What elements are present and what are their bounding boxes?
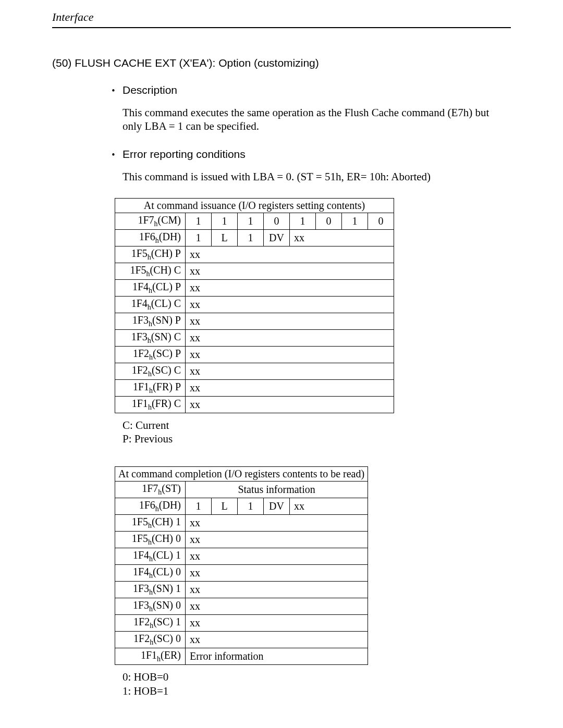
bit-merged: xx <box>186 632 368 648</box>
reg-label: 1F4h(CL) 1 <box>115 548 186 565</box>
table-row: 1F4h(CL) 0 xx <box>115 565 368 582</box>
bit-merged: xx <box>186 515 368 532</box>
table-row: 1F1h(FR) P xx <box>115 379 394 396</box>
reg-label: 1F2h(SC) 1 <box>115 615 186 632</box>
reg-label: 1F3h(SN) 0 <box>115 598 186 615</box>
table-row: 1F1h(ER) Error information <box>115 648 368 665</box>
reg-label: 1F1h(FR) C <box>115 396 186 413</box>
legend-line: C: Current <box>123 418 511 432</box>
bit-merged: xx <box>186 615 368 632</box>
error-paragraph: This command is issued with LBA = 0. (ST… <box>123 170 490 183</box>
table-row: 1F1h(FR) C xx <box>115 396 394 413</box>
completion-table-wrap: At command completion (I/O registers con… <box>115 466 511 665</box>
bit: DV <box>264 229 290 246</box>
table-row: 1F4h(CL) P xx <box>115 279 394 296</box>
reg-label: 1F7h(CM) <box>115 213 186 229</box>
bit: 1 <box>342 213 368 229</box>
description-paragraph: This command executes the same operation… <box>123 106 490 133</box>
table-row: 1F5h(CH) P xx <box>115 246 394 263</box>
table-row: 1F2h(SC) 0 xx <box>115 632 368 648</box>
table-row: 1F3h(SN) P xx <box>115 313 394 329</box>
reg-label: 1F5h(CH) 0 <box>115 532 186 548</box>
table-row: 1F7h(ST) Status information <box>115 482 368 498</box>
table-row: 1F5h(CH) C xx <box>115 263 394 279</box>
table-row: 1F6h(DH) 1 L 1 DV xx <box>115 498 368 515</box>
bit-merged: xx <box>186 598 368 615</box>
bit: 0 <box>264 213 290 229</box>
bit: 0 <box>316 213 342 229</box>
bit-merged: xx <box>186 313 394 329</box>
bit-merged: xx <box>186 296 394 313</box>
bit: L <box>212 229 238 246</box>
page: Interface (50) FLUSH CACHE EXT (X'EA'): … <box>0 0 563 728</box>
table-caption: At command issuance (I/O registers setti… <box>115 198 394 213</box>
reg-label: 1F6h(DH) <box>115 498 186 515</box>
legend-line: 1: HOB=1 <box>123 684 511 698</box>
bullet-description: • Description <box>104 84 511 96</box>
table-row: 1F6h(DH) 1 L 1 DV xx <box>115 229 394 246</box>
reg-label: 1F3h(SN) C <box>115 329 186 346</box>
bit-merged: xx <box>186 532 368 548</box>
bit: DV <box>264 498 290 515</box>
reg-label: 1F2h(SC) 0 <box>115 632 186 648</box>
table-row: 1F2h(SC) P xx <box>115 346 394 363</box>
bit-merged: xx <box>186 379 394 396</box>
bit: 1 <box>238 229 264 246</box>
table-row: 1F4h(CL) 1 xx <box>115 548 368 565</box>
reg-label: 1F4h(CL) 0 <box>115 565 186 582</box>
legend-line: 0: HOB=0 <box>123 670 511 684</box>
reg-label: 1F3h(SN) P <box>115 313 186 329</box>
status-cell: Status information <box>186 482 368 498</box>
bit: L <box>212 498 238 515</box>
bullet-label: Description <box>123 84 177 96</box>
table-row: 1F5h(CH) 1 xx <box>115 515 368 532</box>
bit-merged: xx <box>186 263 394 279</box>
table-row: 1F2h(SC) 1 xx <box>115 615 368 632</box>
bit: 1 <box>212 213 238 229</box>
table1-legend: C: Current P: Previous <box>123 418 511 446</box>
bit-merged: xx <box>186 582 368 598</box>
bit: 0 <box>368 213 394 229</box>
table2-legend: 0: HOB=0 1: HOB=1 <box>123 670 511 698</box>
reg-label: 1F5h(CH) 1 <box>115 515 186 532</box>
bit-merged: xx <box>186 279 394 296</box>
table-row: 1F3h(SN) C xx <box>115 329 394 346</box>
table-row: 1F7h(CM) 1 1 1 0 1 0 1 0 <box>115 213 394 229</box>
reg-label: 1F1h(FR) P <box>115 379 186 396</box>
bit: 1 <box>238 213 264 229</box>
table-row: 1F5h(CH) 0 xx <box>115 532 368 548</box>
table-row: 1F3h(SN) 1 xx <box>115 582 368 598</box>
reg-label: 1F6h(DH) <box>115 229 186 246</box>
reg-label: 1F4h(CL) C <box>115 296 186 313</box>
bullet-label: Error reporting conditions <box>123 148 246 161</box>
bit-merged: xx <box>290 498 368 515</box>
reg-label: 1F7h(ST) <box>115 482 186 498</box>
bit-merged: xx <box>186 346 394 363</box>
issuance-table-wrap: At command issuance (I/O registers setti… <box>115 198 511 413</box>
table-row: 1F2h(SC) C xx <box>115 363 394 379</box>
table-row: At command completion (I/O registers con… <box>115 467 368 482</box>
bit-merged: xx <box>186 363 394 379</box>
bit: 1 <box>186 213 212 229</box>
bit: 1 <box>186 498 212 515</box>
reg-label: 1F4h(CL) P <box>115 279 186 296</box>
bullet-error: • Error reporting conditions <box>104 148 511 161</box>
table-row: At command issuance (I/O registers setti… <box>115 198 394 213</box>
bit-merged: xx <box>186 246 394 263</box>
reg-label: 1F2h(SC) C <box>115 363 186 379</box>
issuance-table: At command issuance (I/O registers setti… <box>115 198 394 413</box>
bit: 1 <box>238 498 264 515</box>
reg-label: 1F5h(CH) P <box>115 246 186 263</box>
table-caption: At command completion (I/O registers con… <box>115 467 368 482</box>
error-cell: Error information <box>186 648 368 665</box>
running-head: Interface <box>52 10 511 28</box>
reg-label: 1F5h(CH) C <box>115 263 186 279</box>
bit-merged: xx <box>186 548 368 565</box>
bit-merged: xx <box>186 329 394 346</box>
section-title: (50) FLUSH CACHE EXT (X'EA'): Option (cu… <box>52 57 511 69</box>
bit: 1 <box>290 213 316 229</box>
reg-label: 1F3h(SN) 1 <box>115 582 186 598</box>
bit-merged: xx <box>290 229 394 246</box>
bit-merged: xx <box>186 565 368 582</box>
bullet-icon: • <box>104 150 123 161</box>
